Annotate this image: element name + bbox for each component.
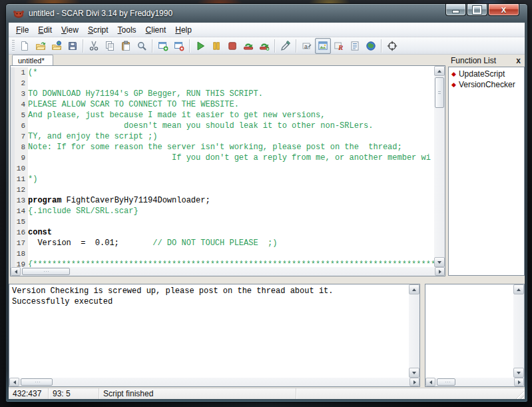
- line-number: 15: [11, 216, 28, 227]
- code-line[interactable]: 7TY, and enjoy the script ;): [11, 131, 434, 142]
- code-line[interactable]: 4PLEASE ALLOW SCAR TO CONNECT TO THE WEB…: [11, 99, 434, 110]
- open-file-button[interactable]: [33, 38, 49, 54]
- line-number: 5: [11, 110, 28, 121]
- function-list-item-updatescript[interactable]: ◆UpdateScript: [450, 69, 523, 80]
- close-button[interactable]: X: [488, 4, 519, 16]
- editor-vertical-scrollbar[interactable]: [434, 66, 445, 267]
- scrollbar-thumb[interactable]: [437, 378, 455, 386]
- save-button[interactable]: [65, 38, 81, 54]
- code-line[interactable]: 11*): [11, 174, 434, 185]
- scroll-right-icon[interactable]: [409, 378, 419, 386]
- code-text: Version = 0.01; // DO NOT TOUCH PLEASE ;…: [28, 238, 277, 248]
- code-line[interactable]: 18: [11, 248, 434, 259]
- paste-button[interactable]: [118, 38, 134, 54]
- scroll-right-icon[interactable]: [435, 267, 445, 276]
- code-line[interactable]: 14{.include SRL/SRL.scar}: [11, 206, 434, 216]
- pick-window-button[interactable]: [315, 38, 331, 54]
- function-list[interactable]: ◆UpdateScript◆VersionChecker: [448, 67, 525, 276]
- pause-button[interactable]: [208, 38, 224, 54]
- color-picker-button[interactable]: [278, 38, 294, 54]
- code-text: *): [28, 175, 37, 184]
- menu-item-client[interactable]: Client: [141, 24, 171, 36]
- close-tab-icon: [174, 41, 184, 51]
- code-line[interactable]: 15: [11, 216, 434, 227]
- code-line[interactable]: 17 Version = 0.01; // DO NOT TOUCH PLEAS…: [11, 238, 434, 248]
- cut-button[interactable]: [86, 38, 102, 54]
- scroll-left-icon[interactable]: [11, 267, 21, 276]
- scroll-up-icon[interactable]: [409, 284, 419, 294]
- code-line[interactable]: 2: [11, 78, 434, 89]
- editor-horizontal-scrollbar[interactable]: [11, 267, 445, 276]
- toolbar-gripper[interactable]: [12, 40, 15, 52]
- code-line[interactable]: 8Note: If for some reason the server isn…: [11, 142, 434, 153]
- scroll-up-icon[interactable]: [513, 284, 524, 294]
- code-line[interactable]: 12: [11, 185, 434, 195]
- debug-image-panel[interactable]: [425, 284, 525, 387]
- code-text: PLEASE ALLOW SCAR TO CONNECT TO THE WEBS…: [28, 100, 239, 109]
- code-line[interactable]: 13program FightCaverByHy71194Downloader;: [11, 195, 434, 206]
- resize-grip[interactable]: [516, 391, 524, 399]
- tab-untitled[interactable]: untitled*: [12, 55, 53, 66]
- menu-item-script[interactable]: Script: [83, 24, 113, 36]
- code-line[interactable]: 1(*: [11, 67, 434, 78]
- open-web-button[interactable]: [49, 38, 65, 54]
- editor-lines[interactable]: 1(*23TO DOWNLOAD Hy71194's GP Begger, RU…: [11, 66, 434, 267]
- menu-item-help[interactable]: Help: [170, 24, 196, 36]
- menu-item-view[interactable]: View: [57, 24, 83, 36]
- output-vertical-scrollbar[interactable]: [409, 284, 419, 378]
- code-editor[interactable]: 1(*23TO DOWNLOAD Hy71194's GP Begger, RU…: [10, 65, 445, 276]
- scrollbar-thumb[interactable]: [435, 77, 444, 108]
- open-file-icon: [35, 41, 46, 51]
- client-area: FileEditViewScriptToolsClientHelp aR unt…: [9, 23, 525, 399]
- menu-item-edit[interactable]: Edit: [33, 24, 57, 36]
- redefine-button[interactable]: R: [331, 38, 347, 54]
- report-icon: [350, 41, 360, 51]
- crosshair-button[interactable]: [384, 38, 400, 54]
- scroll-up-icon[interactable]: [434, 66, 445, 76]
- line-number: 19: [11, 259, 28, 267]
- find-button[interactable]: [134, 38, 150, 54]
- menu-item-tools[interactable]: Tools: [113, 24, 141, 36]
- panel-close-icon[interactable]: x: [515, 56, 522, 65]
- scroll-right-icon[interactable]: [514, 378, 524, 386]
- status-cell-1: 93: 5: [49, 388, 99, 399]
- code-line[interactable]: 9 If you don't get a reply from me, or a…: [11, 153, 434, 163]
- debug-vertical-scrollbar[interactable]: [513, 284, 524, 378]
- copy-button[interactable]: [102, 38, 118, 54]
- code-line[interactable]: 3TO DOWNLOAD Hy71194's GP Begger, RUN TH…: [11, 89, 434, 99]
- debug-horizontal-scrollbar[interactable]: [425, 378, 524, 386]
- code-line[interactable]: 16const: [11, 227, 434, 238]
- world-button[interactable]: [363, 38, 379, 54]
- output-horizontal-scrollbar[interactable]: [9, 378, 419, 386]
- scroll-down-icon[interactable]: [409, 368, 419, 378]
- scroll-left-icon[interactable]: [9, 378, 19, 386]
- scroll-down-icon[interactable]: [513, 368, 524, 378]
- pick-client-button[interactable]: a: [299, 38, 315, 54]
- update-script-button[interactable]: [256, 38, 272, 54]
- scroll-left-icon[interactable]: [425, 378, 435, 386]
- find-icon: [136, 41, 147, 51]
- close-tab-button[interactable]: [171, 38, 187, 54]
- maximize-button[interactable]: [467, 4, 487, 16]
- new-file-button[interactable]: [17, 38, 33, 54]
- title-bar[interactable]: untitled - SCAR Divi 3.14 by Freddy1990 …: [6, 4, 527, 23]
- code-line[interactable]: 6 doesn't mean you should leak it to oth…: [11, 121, 434, 131]
- window-title: untitled - SCAR Divi 3.14 by Freddy1990: [29, 9, 172, 18]
- line-number: 8: [11, 142, 28, 153]
- code-line[interactable]: 5And please, just because I made it easi…: [11, 110, 434, 121]
- run-button[interactable]: [192, 38, 208, 54]
- report-button[interactable]: [347, 38, 363, 54]
- update-srl-button[interactable]: [240, 38, 256, 54]
- menu-item-file[interactable]: File: [11, 24, 33, 36]
- stop-button[interactable]: [224, 38, 240, 54]
- code-line[interactable]: 10: [11, 163, 434, 174]
- add-tab-button[interactable]: [155, 38, 171, 54]
- scroll-down-icon[interactable]: [434, 257, 445, 267]
- scrollbar-thumb[interactable]: [21, 378, 53, 386]
- code-text: {***************************************…: [28, 260, 434, 267]
- code-line[interactable]: 19{*************************************…: [11, 259, 434, 267]
- minimize-button[interactable]: [445, 4, 466, 16]
- output-console[interactable]: Version Checking is screwed up, please p…: [9, 284, 420, 387]
- scrollbar-thumb[interactable]: [22, 268, 70, 275]
- function-list-item-versionchecker[interactable]: ◆VersionChecker: [450, 80, 523, 91]
